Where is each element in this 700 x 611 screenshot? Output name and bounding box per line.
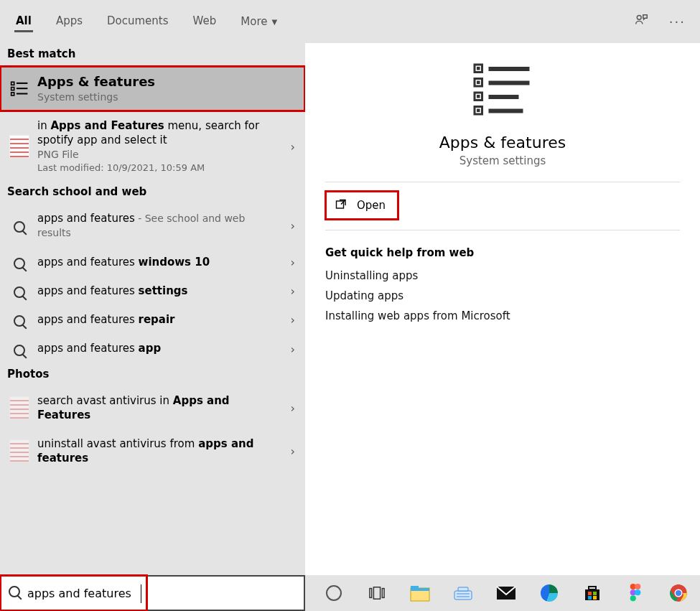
chevron-right-icon bbox=[291, 284, 295, 298]
svg-rect-14 bbox=[477, 109, 480, 113]
svg-rect-35 bbox=[588, 596, 592, 600]
section-label-photos: Photos bbox=[0, 363, 305, 386]
photo-result-0[interactable]: search avast antivirus in Apps and Featu… bbox=[0, 386, 305, 430]
tab-documents[interactable]: Documents bbox=[106, 11, 170, 32]
svg-rect-2 bbox=[11, 87, 14, 90]
taskbar-task-view[interactable] bbox=[361, 579, 393, 607]
web-suggestion-2[interactable]: apps and features settings bbox=[0, 276, 305, 305]
svg-point-40 bbox=[635, 589, 640, 595]
result-file-type: PNG File bbox=[37, 148, 276, 162]
preview-panel: Apps & features System settings Open Get… bbox=[305, 43, 700, 575]
search-icon bbox=[7, 218, 32, 233]
feedback-icon[interactable] bbox=[633, 12, 649, 32]
result-apps-and-features[interactable]: Apps & features System settings bbox=[0, 66, 305, 111]
taskbar-mail[interactable] bbox=[490, 579, 522, 607]
svg-rect-8 bbox=[477, 67, 480, 70]
svg-rect-16 bbox=[489, 81, 530, 85]
taskbar-figma[interactable] bbox=[620, 579, 651, 607]
web-suggestion-4[interactable]: apps and features app bbox=[0, 334, 305, 363]
tab-more[interactable]: More ▼ bbox=[239, 11, 279, 32]
section-label-web: Search school and web bbox=[0, 181, 305, 204]
photo-thumbnail-icon bbox=[7, 439, 32, 462]
svg-rect-15 bbox=[489, 67, 530, 71]
svg-rect-34 bbox=[593, 592, 597, 595]
result-subtitle: System settings bbox=[37, 90, 276, 104]
svg-point-38 bbox=[635, 584, 640, 589]
help-link-uninstalling[interactable]: Uninstalling apps bbox=[325, 269, 680, 282]
taskbar-cortana[interactable] bbox=[318, 579, 350, 607]
settings-list-icon bbox=[7, 80, 32, 98]
svg-rect-36 bbox=[593, 596, 597, 600]
result-title: Apps & features bbox=[37, 73, 276, 90]
svg-rect-33 bbox=[588, 592, 592, 595]
search-icon bbox=[7, 284, 32, 298]
help-link-installing-web-apps[interactable]: Installing web apps from Microsoft bbox=[325, 309, 680, 322]
svg-rect-10 bbox=[477, 81, 480, 85]
file-thumbnail-icon bbox=[7, 135, 32, 158]
tab-more-label: More bbox=[241, 15, 267, 28]
chevron-right-icon bbox=[291, 313, 295, 327]
web-suggestion-0[interactable]: apps and features - See school and web r… bbox=[0, 204, 305, 248]
svg-rect-26 bbox=[454, 591, 472, 600]
preview-settings-list-icon bbox=[470, 60, 535, 125]
tab-web[interactable]: Web bbox=[192, 11, 218, 32]
search-icon bbox=[7, 312, 32, 327]
svg-rect-20 bbox=[370, 589, 372, 598]
svg-rect-17 bbox=[489, 95, 519, 99]
search-icon bbox=[7, 342, 32, 356]
svg-point-0 bbox=[637, 15, 641, 19]
result-file-modified: Last modified: 10/9/2021, 10:59 AM bbox=[37, 162, 276, 174]
section-label-best-match: Best match bbox=[0, 43, 305, 66]
caret-down-icon: ▼ bbox=[271, 18, 277, 26]
result-png-file[interactable]: in Apps and Features menu, search for sp… bbox=[0, 111, 305, 181]
svg-rect-12 bbox=[477, 95, 480, 98]
chevron-right-icon bbox=[291, 219, 295, 233]
svg-rect-25 bbox=[411, 588, 429, 591]
taskbar-edge[interactable] bbox=[533, 579, 565, 607]
taskbar-keyboard[interactable] bbox=[447, 579, 479, 607]
search-icon bbox=[9, 586, 20, 600]
open-button[interactable]: Open bbox=[325, 191, 398, 220]
chevron-right-icon bbox=[291, 444, 295, 458]
open-label: Open bbox=[357, 199, 386, 212]
svg-rect-19 bbox=[337, 201, 344, 208]
svg-rect-32 bbox=[589, 587, 596, 589]
svg-rect-27 bbox=[458, 587, 468, 591]
web-suggestion-1[interactable]: apps and features windows 10 bbox=[0, 248, 305, 276]
search-box[interactable] bbox=[0, 575, 305, 611]
tab-apps[interactable]: Apps bbox=[55, 11, 84, 32]
help-link-updating[interactable]: Updating apps bbox=[325, 289, 680, 302]
taskbar-store[interactable] bbox=[577, 579, 608, 607]
svg-rect-31 bbox=[585, 589, 599, 600]
web-suggestion-3[interactable]: apps and features repair bbox=[0, 305, 305, 334]
taskbar bbox=[305, 575, 700, 611]
svg-rect-1 bbox=[11, 82, 14, 85]
search-icon bbox=[7, 255, 32, 269]
quick-help-title: Get quick help from web bbox=[325, 246, 680, 259]
top-tabs-bar: All Apps Documents Web More ▼ ··· bbox=[0, 0, 700, 43]
svg-rect-3 bbox=[11, 92, 14, 95]
chevron-right-icon bbox=[291, 255, 295, 269]
taskbar-chrome[interactable] bbox=[663, 579, 694, 607]
chevron-right-icon bbox=[291, 401, 295, 414]
photo-result-1[interactable]: uninstall avast antivirus from apps and … bbox=[0, 429, 305, 473]
svg-rect-18 bbox=[489, 109, 523, 113]
more-options-icon[interactable]: ··· bbox=[669, 14, 686, 29]
taskbar-file-explorer[interactable] bbox=[404, 579, 436, 607]
preview-title: Apps & features bbox=[325, 134, 680, 151]
chevron-right-icon bbox=[291, 139, 295, 153]
svg-rect-22 bbox=[382, 589, 384, 598]
open-external-icon bbox=[335, 198, 347, 213]
photo-thumbnail-icon bbox=[7, 396, 32, 419]
results-panel: Best match Apps & features System settin… bbox=[0, 43, 305, 575]
search-input[interactable] bbox=[27, 585, 297, 602]
svg-point-45 bbox=[676, 590, 681, 596]
tab-all[interactable]: All bbox=[14, 11, 33, 32]
preview-subtitle: System settings bbox=[325, 154, 680, 167]
chevron-right-icon bbox=[291, 342, 295, 355]
result-file-title: in Apps and Features menu, search for sp… bbox=[37, 118, 276, 148]
svg-rect-21 bbox=[373, 587, 380, 600]
